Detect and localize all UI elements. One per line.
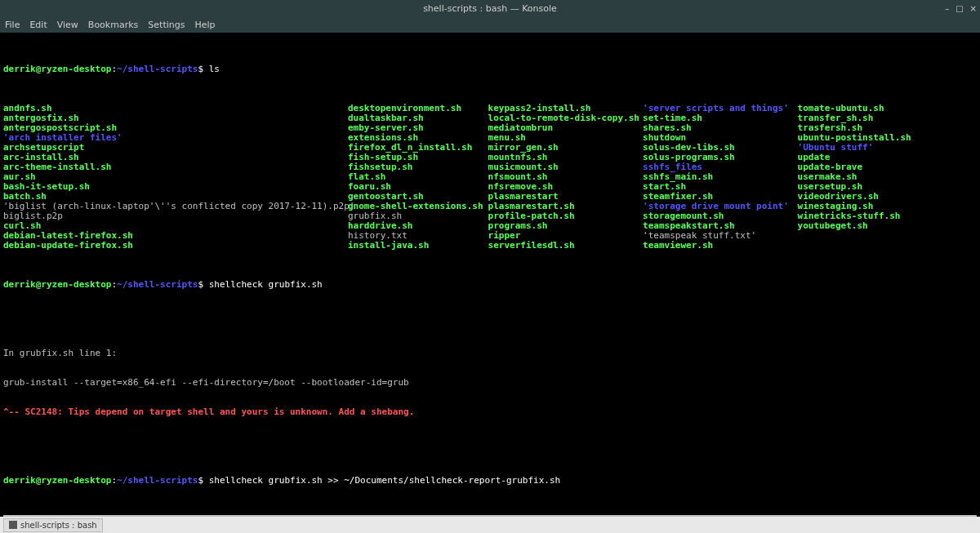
prompt-line: derrik@ryzen-desktop:~/shell-scripts$ sh… (3, 476, 977, 486)
prompt-path: ~/shell-scripts (117, 64, 198, 74)
taskbar-entry-label: shell-scripts : bash (20, 521, 97, 530)
prompt-dollar: $ (198, 475, 208, 486)
menu-settings[interactable]: Settings (148, 20, 185, 30)
menu-edit[interactable]: Edit (29, 20, 47, 30)
prompt-user: derrik@ryzen-desktop (3, 64, 111, 74)
ls-entry: install-java.sh (348, 241, 488, 251)
ls-entry: youtubeget.sh (798, 221, 977, 231)
command-text: ls (209, 64, 220, 74)
taskbar[interactable]: shell-scripts : bash (0, 517, 980, 533)
menu-bookmarks[interactable]: Bookmarks (88, 20, 138, 30)
output-line: grub-install --target=x86_64-efi --efi-d… (3, 378, 977, 388)
maximize-icon[interactable]: □ (956, 4, 963, 13)
menu-bar: File Edit View Bookmarks Settings Help (0, 16, 980, 33)
prompt-dollar: $ (198, 64, 208, 74)
ls-entry: biglist.p2p (3, 211, 348, 221)
ls-output: andnfs.shantergosfix.shantergospostscrip… (3, 104, 977, 251)
output-line (3, 319, 977, 329)
window-title: shell-scripts : bash — Konsole (423, 3, 557, 14)
output-warning-line: ^-- SC2148: Tips depend on target shell … (3, 407, 977, 417)
prompt-line: derrik@ryzen-desktop:~/shell-scripts$ sh… (3, 280, 977, 290)
prompt-path: ~/shell-scripts (117, 279, 198, 290)
prompt-dollar: $ (198, 279, 208, 290)
ls-entry: serverfilesdl.sh (488, 241, 644, 251)
output-line (3, 437, 977, 446)
menu-view[interactable]: View (57, 20, 78, 30)
prompt-user: derrik@ryzen-desktop (3, 475, 111, 486)
menu-help[interactable]: Help (194, 20, 215, 30)
minimize-icon[interactable]: – (945, 4, 949, 13)
close-icon[interactable]: × (970, 4, 977, 13)
ls-entry: teamviewer.sh (643, 241, 798, 251)
command-text: shellcheck grubfix.sh (209, 279, 323, 290)
ls-entry: arc-theme-install.sh (3, 162, 348, 172)
prompt-user: derrik@ryzen-desktop (3, 279, 111, 290)
prompt-line: derrik@ryzen-desktop:~/shell-scripts$ ls (3, 64, 977, 74)
command-text: shellcheck grubfix.sh >> ~/Documents/she… (209, 475, 560, 486)
ls-entry: debian-update-firefox.sh (3, 241, 348, 251)
terminal-viewport[interactable]: derrik@ryzen-desktop:~/shell-scripts$ ls… (0, 33, 980, 533)
output-line: In grubfix.sh line 1: (3, 349, 977, 358)
window-titlebar[interactable]: shell-scripts : bash — Konsole – □ × (0, 0, 980, 16)
prompt-path: ~/shell-scripts (117, 475, 198, 486)
ls-entry: bash-it-setup.sh (3, 182, 348, 192)
taskbar-entry[interactable]: shell-scripts : bash (3, 518, 103, 532)
terminal-icon (9, 521, 17, 529)
menu-file[interactable]: File (5, 20, 20, 30)
